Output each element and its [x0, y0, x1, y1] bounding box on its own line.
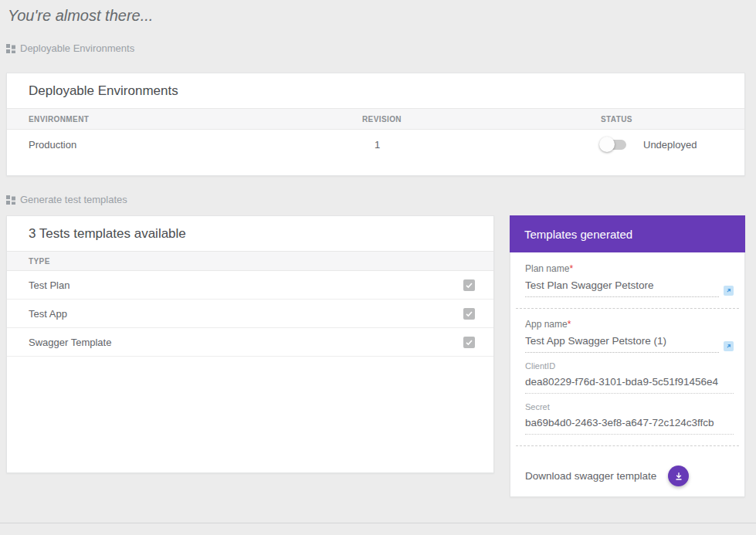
- templates-generated-header: Templates generated: [510, 215, 745, 252]
- environments-card-title: Deployable Environments: [7, 73, 744, 108]
- column-revision: REVISION: [362, 115, 601, 124]
- test-templates-card-title: 3 Tests templates available: [7, 216, 493, 251]
- environment-name: Production: [7, 139, 362, 151]
- app-name-label: App name*: [525, 319, 734, 330]
- templates-generated-card: Templates generated Plan name* Test Plan…: [510, 215, 745, 497]
- template-checkbox[interactable]: [463, 308, 475, 320]
- open-in-new-icon[interactable]: [724, 286, 734, 296]
- download-label: Download swagger template: [525, 470, 656, 482]
- grid-icon: [6, 195, 15, 205]
- test-templates-card: 3 Tests templates available TYPE Test Pl…: [6, 215, 494, 473]
- app-name-input[interactable]: Test App Swagger Petstore (1): [525, 335, 719, 353]
- column-type: TYPE: [7, 257, 50, 266]
- column-status: STATUS: [601, 115, 744, 124]
- secret-label: Secret: [525, 402, 734, 411]
- client-id-label: ClientID: [525, 361, 734, 371]
- dashed-divider: [516, 445, 739, 446]
- environments-table-header: ENVIRONMENT REVISION STATUS: [7, 108, 744, 130]
- grid-icon: [6, 44, 15, 53]
- column-environment: ENVIRONMENT: [7, 115, 362, 124]
- section-label-environments: Deployable Environments: [6, 42, 756, 54]
- check-icon: [465, 310, 473, 318]
- secret-value: ba69b4d0-2463-3ef8-a647-72c124c3ffcb: [525, 417, 734, 435]
- toggle-knob: [599, 137, 615, 152]
- table-row: Test App: [7, 300, 493, 328]
- wizard-page: You're almost there... Deployable Enviro…: [0, 0, 756, 535]
- dashed-divider: [516, 308, 739, 309]
- required-marker: *: [569, 263, 573, 274]
- download-swagger-button[interactable]: [668, 466, 689, 486]
- check-icon: [465, 338, 473, 347]
- deploy-toggle[interactable]: [601, 140, 626, 150]
- table-row: Swagger Template: [7, 328, 493, 357]
- app-name-field: App name* Test App Swagger Petstore (1) …: [510, 319, 744, 435]
- page-heading: You're almost there...: [0, 0, 756, 25]
- download-icon: [673, 471, 684, 482]
- section-label-text: Generate test templates: [20, 194, 127, 205]
- templates-table-header: TYPE: [7, 251, 493, 271]
- template-checkbox[interactable]: [463, 337, 475, 348]
- revision-value: 1: [362, 139, 601, 151]
- download-row: Download swagger template: [510, 456, 744, 496]
- plan-name-field: Plan name* Test Plan Swagger Petstore: [510, 263, 744, 297]
- table-row: Production 1 Undeployed: [7, 130, 744, 159]
- status-text: Undeployed: [643, 139, 697, 151]
- open-in-new-icon[interactable]: [724, 341, 734, 351]
- template-checkbox[interactable]: [463, 279, 475, 291]
- environments-card: Deployable Environments ENVIRONMENT REVI…: [6, 73, 745, 176]
- plan-name-input[interactable]: Test Plan Swagger Petstore: [525, 279, 719, 297]
- table-row: Test Plan: [7, 271, 493, 300]
- template-type: Swagger Template: [29, 337, 111, 348]
- plan-name-label: Plan name*: [525, 263, 734, 274]
- section-label-test-templates: Generate test templates: [6, 194, 756, 205]
- client-id-value: dea80229-f76d-3101-bda9-5c51f91456e4: [525, 376, 734, 394]
- section-label-text: Deployable Environments: [20, 42, 134, 54]
- template-type: Test Plan: [29, 279, 69, 291]
- check-icon: [465, 281, 473, 290]
- template-type: Test App: [29, 308, 67, 320]
- required-marker: *: [568, 319, 571, 330]
- status-cell: Undeployed: [601, 139, 744, 151]
